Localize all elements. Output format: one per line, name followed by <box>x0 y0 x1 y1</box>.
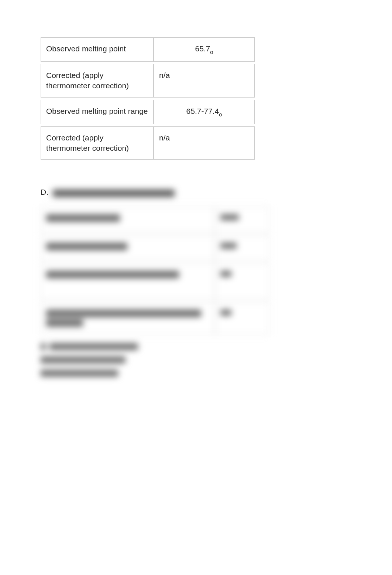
row-value: 65.7o <box>154 37 255 62</box>
table-row: Corrected (apply thermometer correction)… <box>41 126 255 160</box>
table-row: Observed melting point 65.7o <box>41 37 255 62</box>
table-row: Observed melting point range 65.7-77.4o <box>41 100 255 124</box>
melting-point-table: Observed melting point 65.7o Corrected (… <box>41 35 255 162</box>
table-row: Corrected (apply thermometer correction)… <box>41 263 269 300</box>
row-value: n/a <box>215 302 269 334</box>
section-d-heading: D. BOILING POINT OF LIQUID UNKNOWN <box>41 188 351 197</box>
redacted-heading: BOILING POINT OF LIQUID UNKNOWN <box>53 190 175 196</box>
section-letter: D. <box>41 188 51 197</box>
boiling-point-table: Barometric Pressure Value Observed boili… <box>41 204 269 336</box>
row-value: n/a <box>154 64 255 98</box>
row-label: Observed melting point <box>41 37 154 62</box>
table-row: Observed boiling point 00 <box>41 235 269 261</box>
table-row: Calculated, corrected from boiling point… <box>41 302 269 334</box>
row-label: Calculated, corrected from boiling point… <box>41 302 215 334</box>
table-row: Corrected (apply thermometer correction)… <box>41 64 255 98</box>
row-label: Corrected (apply thermometer correction) <box>41 126 154 160</box>
row-label: Corrected (apply thermometer correction) <box>41 263 215 300</box>
row-value: n/a <box>154 126 255 160</box>
row-label: Barometric Pressure <box>41 207 215 232</box>
row-label: Observed boiling point <box>41 235 215 261</box>
row-label: Corrected (apply thermometer correction) <box>41 64 154 98</box>
section-e-heading: E. UNKNOWN IDENTIFICATION <box>41 343 351 350</box>
redacted-section-body: Barometric Pressure Value Observed boili… <box>41 204 351 376</box>
row-value: 65.7-77.4o <box>154 100 255 124</box>
row-value: 00 <box>215 235 269 261</box>
row-value: n/a <box>215 263 269 300</box>
identification-line: Solid Unknown: Compound <box>41 357 351 363</box>
table-row: Barometric Pressure Value <box>41 207 269 232</box>
identification-line: Liquid Unknown: Hexane <box>41 370 351 377</box>
row-value: Value <box>215 207 269 232</box>
row-label: Observed melting point range <box>41 100 154 124</box>
